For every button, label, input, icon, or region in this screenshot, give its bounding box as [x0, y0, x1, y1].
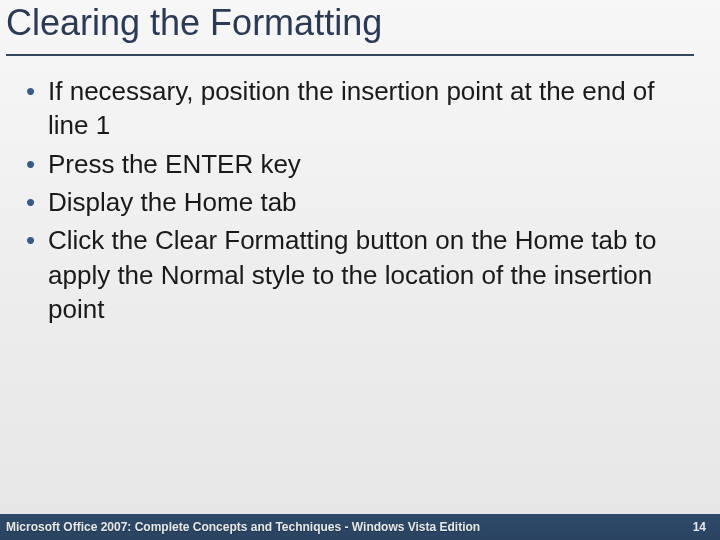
slide: Clearing the Formatting If necessary, po…: [0, 0, 720, 540]
slide-footer: Microsoft Office 2007: Complete Concepts…: [0, 514, 720, 540]
slide-content: If necessary, position the insertion poi…: [20, 74, 690, 330]
list-item: Click the Clear Formatting button on the…: [20, 223, 690, 326]
footer-text: Microsoft Office 2007: Complete Concepts…: [6, 520, 480, 534]
bullet-list: If necessary, position the insertion poi…: [20, 74, 690, 326]
title-underline: [6, 54, 694, 56]
page-number: 14: [693, 520, 706, 534]
slide-title: Clearing the Formatting: [6, 2, 700, 50]
list-item: Display the Home tab: [20, 185, 690, 219]
list-item: If necessary, position the insertion poi…: [20, 74, 690, 143]
list-item: Press the ENTER key: [20, 147, 690, 181]
